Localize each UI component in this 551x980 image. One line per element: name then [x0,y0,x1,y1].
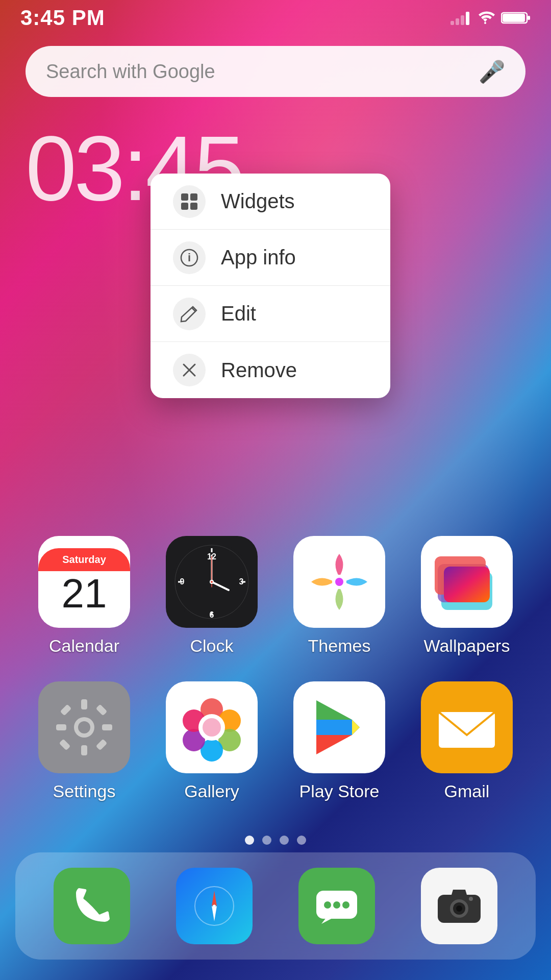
svg-rect-4 [190,193,197,201]
svg-point-70 [456,905,462,912]
app-gmail[interactable]: Gmail [416,681,518,801]
page-dots [0,836,551,845]
safari-icon [176,868,253,944]
dot-3 [280,836,289,845]
menu-item-widgets[interactable]: Widgets [151,174,390,230]
app-clock[interactable]: 12 3 6 9 Clock [161,536,263,656]
svg-rect-38 [81,745,87,755]
svg-rect-6 [190,203,197,210]
dock [15,852,536,960]
playstore-label: Play Store [299,781,380,801]
phone-icon [54,868,130,944]
dock-messages[interactable] [298,868,375,944]
search-text: Search with Google [46,61,479,83]
status-icons [450,11,531,25]
gmail-label: Gmail [444,781,490,801]
svg-rect-37 [81,699,87,709]
search-bar[interactable]: Search with Google 🎤 [26,46,525,97]
svg-rect-2 [503,14,525,22]
svg-point-63 [324,901,331,909]
settings-svg [54,697,115,758]
calendar-label: Calendar [49,636,119,656]
camera-svg [434,880,485,932]
phone-svg [69,883,115,929]
messages-icon [298,868,375,944]
svg-point-71 [469,897,473,901]
themes-label: Themes [308,636,371,656]
messages-svg [311,880,362,932]
themes-svg [306,549,372,615]
gallery-icon [166,681,258,773]
dot-1 [245,836,254,845]
menu-item-edit[interactable]: Edit [151,286,390,342]
dot-2 [262,836,271,845]
svg-rect-5 [181,203,188,210]
app-wallpapers[interactable]: Wallpapers [416,536,518,656]
clock-icon: 12 3 6 9 [166,536,258,628]
themes-icon [293,536,385,628]
app-grid: Saturday 21 Calendar 12 3 6 [0,536,551,827]
dock-camera[interactable] [421,868,497,944]
app-gallery[interactable]: Gallery [161,681,263,801]
battery-icon [501,11,531,25]
widgets-icon-wrapper [173,185,206,218]
clock-label: Clock [190,636,233,656]
mic-icon[interactable]: 🎤 [479,59,505,84]
svg-text:6: 6 [210,610,214,619]
app-calendar[interactable]: Saturday 21 Calendar [33,536,135,656]
svg-rect-43 [59,739,71,751]
dock-safari[interactable] [176,868,253,944]
svg-point-65 [342,901,349,909]
svg-rect-1 [528,16,530,20]
dock-phone[interactable] [54,868,130,944]
svg-point-64 [333,901,340,909]
svg-rect-42 [96,739,108,751]
edit-icon [180,305,198,323]
gmail-svg [429,689,505,766]
wallpapers-icon [421,536,513,628]
svg-rect-44 [96,704,108,716]
calendar-icon: Saturday 21 [38,536,130,628]
wallpapers-svg [429,544,505,620]
status-time: 3:45 PM [20,6,105,30]
app-themes[interactable]: Themes [288,536,390,656]
camera-icon [421,868,497,944]
clock-face-svg: 12 3 6 9 [171,541,253,623]
edit-label: Edit [221,302,256,325]
svg-marker-61 [212,906,217,921]
gallery-svg [173,689,250,766]
menu-item-remove[interactable]: Remove [151,342,390,398]
status-bar: 3:45 PM [0,0,551,36]
svg-rect-40 [102,724,112,730]
widgets-label: Widgets [221,190,295,213]
menu-item-appinfo[interactable]: i App info [151,230,390,286]
gmail-icon [421,681,513,773]
context-menu: Widgets i App info Edit Remove [151,174,390,398]
appinfo-label: App info [221,246,296,269]
widgets-icon [180,192,198,211]
remove-icon [182,362,197,378]
remove-label: Remove [221,359,297,382]
svg-text:9: 9 [180,577,185,586]
app-playstore[interactable]: Play Store [288,681,390,801]
svg-point-28 [335,578,343,586]
svg-text:i: i [188,251,191,264]
app-row-1: Saturday 21 Calendar 12 3 6 [20,536,531,656]
svg-rect-3 [181,193,188,201]
svg-point-25 [211,581,213,583]
app-row-2: Settings Gallery [20,681,531,801]
edit-icon-wrapper [173,298,206,330]
signal-icon [450,11,469,25]
svg-point-36 [78,721,90,733]
info-icon-wrapper: i [173,241,206,274]
safari-svg [189,880,240,932]
playstore-icon [293,681,385,773]
settings-label: Settings [53,781,116,801]
svg-text:3: 3 [239,577,244,586]
svg-point-53 [203,718,221,737]
svg-rect-41 [60,704,72,716]
svg-marker-60 [212,891,217,906]
app-settings[interactable]: Settings [33,681,135,801]
remove-icon-wrapper [173,354,206,386]
svg-rect-57 [439,712,495,748]
